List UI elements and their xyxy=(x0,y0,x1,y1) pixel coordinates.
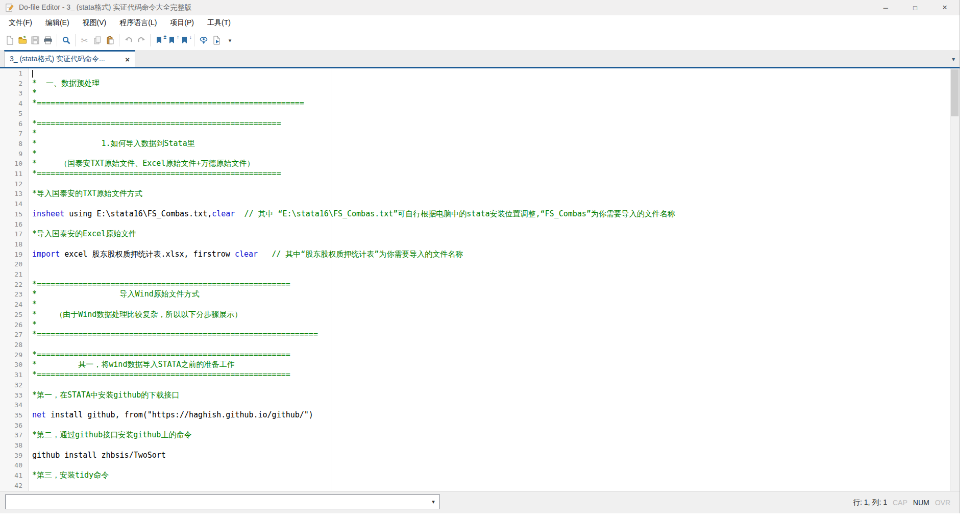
code-line: 40 xyxy=(0,460,950,470)
bookmark-icon xyxy=(156,35,164,45)
line-number: 23 xyxy=(0,289,29,300)
code-text: *=======================================… xyxy=(29,280,290,290)
chevron-down-icon[interactable]: ▾ xyxy=(427,499,439,505)
toolbar-separator xyxy=(150,34,151,46)
minimize-button[interactable]: ─ xyxy=(871,0,900,15)
code-line: 2* 一、数据预处理 xyxy=(0,79,950,89)
code-text: *第二，通过github接口安装github上的命令 xyxy=(29,430,191,440)
menu-edit[interactable]: 编辑(E) xyxy=(39,16,76,30)
code-line: 7* xyxy=(0,129,950,139)
code-line: 39github install zhbsis/TwoSort xyxy=(0,451,950,461)
code-line: 26* xyxy=(0,320,950,330)
code-line: 14 xyxy=(0,199,950,209)
paste-button[interactable] xyxy=(104,34,116,47)
menu-project[interactable]: 项目(P) xyxy=(163,16,201,30)
print-icon xyxy=(43,35,53,45)
close-button[interactable]: × xyxy=(930,0,960,15)
code-line: 25* （由于Wind数据处理比较复杂，所以以下分步骤展示） xyxy=(0,310,950,320)
line-number: 34 xyxy=(0,400,29,410)
code-line: 9* xyxy=(0,149,950,159)
code-text: * xyxy=(29,129,37,139)
status-indicators: 行: 1, 列: 1 CAP NUM OVR xyxy=(853,491,950,513)
window-title: Do-file Editor - 3_ (stata格式) 实证代码命令大全完整… xyxy=(19,3,191,12)
cut-button[interactable]: ✂ xyxy=(78,34,91,47)
menu-language[interactable]: 程序语言(L) xyxy=(113,16,163,30)
code-line: 24* xyxy=(0,300,950,310)
tab-close-icon[interactable]: × xyxy=(125,55,130,64)
text-caret xyxy=(32,70,33,78)
line-number: 32 xyxy=(0,380,29,390)
code-text xyxy=(29,109,32,119)
toolbar-overflow-button[interactable]: ▾ xyxy=(223,34,235,47)
code-text: net install github, from("https://haghis… xyxy=(29,410,313,420)
scrollbar-thumb[interactable] xyxy=(951,69,959,116)
tab-list-dropdown[interactable]: ▾ xyxy=(947,52,960,67)
preview-button[interactable] xyxy=(197,34,210,47)
run-file-icon xyxy=(211,35,222,45)
redo-button[interactable] xyxy=(135,34,148,47)
new-file-button[interactable] xyxy=(3,34,16,47)
save-button[interactable] xyxy=(29,34,41,47)
chevron-down-icon: ▾ xyxy=(229,37,232,44)
line-number: 27 xyxy=(0,330,29,340)
open-file-button[interactable] xyxy=(16,34,29,47)
code-text: * 一、数据预处理 xyxy=(29,79,100,89)
navigation-combobox[interactable]: ▾ xyxy=(5,494,440,509)
menu-tools[interactable]: 工具(T) xyxy=(201,16,237,30)
print-button[interactable] xyxy=(41,34,54,47)
run-do-file-button[interactable] xyxy=(210,34,223,47)
code-text xyxy=(29,239,32,250)
code-text: * 导入Wind原始文件方式 xyxy=(29,289,200,300)
toggle-bookmark-button[interactable]: ± xyxy=(153,34,166,47)
code-line: 31*=====================================… xyxy=(0,370,950,380)
code-line: 10* （国泰安TXT原始文件、Excel原始文件+万德原始文件） xyxy=(0,159,950,169)
code-text: insheet using E:\stata16\FS_Combas.txt,c… xyxy=(29,209,675,219)
code-text: *导入国泰安的TXT原始文件方式 xyxy=(29,189,142,199)
menu-view[interactable]: 视图(V) xyxy=(76,16,113,30)
previous-bookmark-button[interactable]: ↑ xyxy=(166,34,179,47)
code-text: * 1.如何导入数据到Stata里 xyxy=(29,139,195,149)
code-line: 21 xyxy=(0,269,950,280)
line-number: 41 xyxy=(0,470,29,481)
cursor-position: 行: 1, 列: 1 xyxy=(853,498,887,507)
code-text: *第一，在STATA中安装github的下载接口 xyxy=(29,390,179,401)
undo-button[interactable] xyxy=(122,34,135,47)
code-line: 18 xyxy=(0,239,950,250)
code-line: 37*第二，通过github接口安装github上的命令 xyxy=(0,430,950,440)
open-folder-icon xyxy=(17,35,28,45)
toolbar-separator xyxy=(194,34,194,46)
status-bar: ▾ 行: 1, 列: 1 CAP NUM OVR xyxy=(0,491,960,513)
find-button[interactable] xyxy=(60,34,72,47)
code-line: 4*======================================… xyxy=(0,98,950,109)
tab-do-file[interactable]: 3_ (stata格式) 实证代码命令... × xyxy=(4,50,135,67)
next-bookmark-button[interactable]: ↓ xyxy=(179,34,191,47)
code-line: 20 xyxy=(0,259,950,269)
overwrite-indicator: OVR xyxy=(935,499,950,507)
copy-icon xyxy=(92,35,103,45)
code-text: * 其一，将wind数据导入STATA之前的准备工作 xyxy=(29,360,235,370)
line-number: 28 xyxy=(0,340,29,350)
title-bar: Do-file Editor - 3_ (stata格式) 实证代码命令大全完整… xyxy=(0,0,960,15)
vertical-scrollbar[interactable] xyxy=(950,68,960,491)
code-text xyxy=(29,380,32,390)
line-number: 7 xyxy=(0,129,29,139)
eye-icon xyxy=(199,35,209,45)
code-text: *导入国泰安的Excel原始文件 xyxy=(29,229,136,239)
code-line: 13*导入国泰安的TXT原始文件方式 xyxy=(0,189,950,199)
code-line: 5 xyxy=(0,109,950,119)
copy-button[interactable] xyxy=(91,34,104,47)
line-number: 15 xyxy=(0,209,29,219)
line-number: 13 xyxy=(0,189,29,199)
window-controls: ─ □ × xyxy=(871,0,960,15)
code-text: * （由于Wind数据处理比较复杂，所以以下分步骤展示） xyxy=(29,310,242,320)
code-line: 23* 导入Wind原始文件方式 xyxy=(0,289,950,300)
code-editor[interactable]: 12* 一、数据预处理3*4*=========================… xyxy=(0,68,960,491)
maximize-button[interactable]: □ xyxy=(900,0,930,15)
caps-lock-indicator: CAP xyxy=(893,499,908,507)
code-text: import excel 股东股权质押统计表.xlsx, firstrow cl… xyxy=(29,250,463,260)
line-number: 24 xyxy=(0,300,29,310)
code-text xyxy=(29,481,32,491)
tab-bar: 3_ (stata格式) 实证代码命令... × ▾ xyxy=(0,50,960,67)
line-number: 9 xyxy=(0,149,29,159)
menu-file[interactable]: 文件(F) xyxy=(2,16,39,30)
